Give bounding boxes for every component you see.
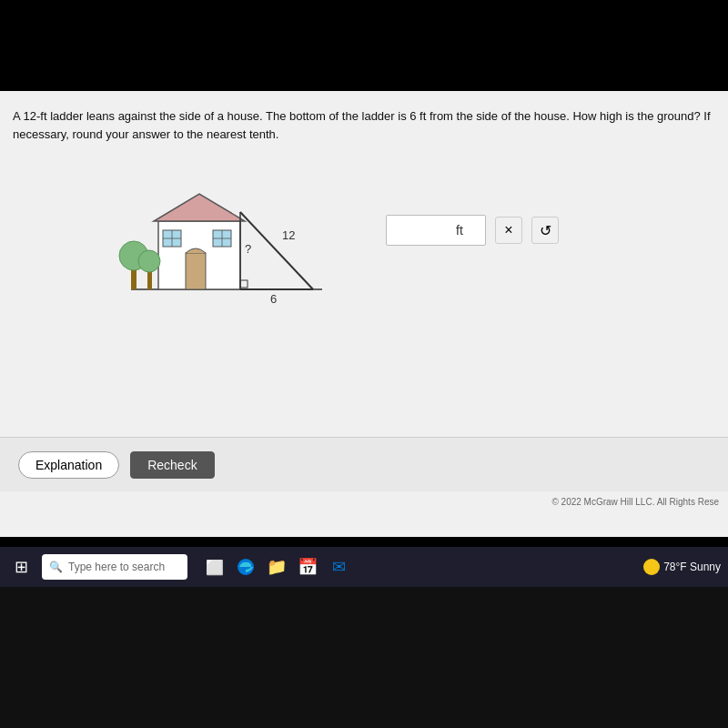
taskbar-right: 78°F Sunny (643, 559, 721, 575)
unit-label: ft (456, 223, 463, 238)
mail-icon[interactable]: ✉ (326, 554, 351, 580)
svg-marker-2 (154, 194, 245, 221)
sun-icon (643, 559, 660, 575)
clear-button[interactable]: × (495, 217, 522, 244)
edge-icon[interactable] (233, 554, 258, 580)
question-text: A 12-ft ladder leans against the side of… (13, 107, 715, 143)
copyright-text: © 2022 McGraw Hill LLC. All Rights Rese (551, 497, 719, 507)
house-diagram: 12 ? 6 (104, 157, 359, 321)
recheck-button[interactable]: Recheck (130, 451, 214, 479)
task-view-button[interactable]: ⬜ (202, 554, 228, 580)
weather-text: 78°F Sunny (663, 561, 721, 573)
search-icon: 🔍 (49, 561, 63, 573)
content-row: 12 ? 6 ft × ↺ (104, 157, 715, 321)
bottom-bar: Explanation Recheck (0, 437, 728, 491)
redo-button[interactable]: ↺ (531, 217, 559, 244)
windows-button[interactable]: ⊞ (7, 553, 35, 581)
svg-text:12: 12 (282, 228, 295, 242)
calendar-icon[interactable]: 📅 (295, 554, 320, 580)
controls-area: ft × ↺ (386, 215, 559, 246)
svg-rect-3 (186, 253, 206, 289)
answer-field[interactable] (396, 223, 450, 238)
answer-input-box[interactable]: ft (386, 215, 486, 246)
svg-text:?: ? (245, 242, 251, 256)
explanation-button[interactable]: Explanation (18, 451, 119, 479)
keyboard-area (0, 587, 728, 728)
taskbar-icons: ⬜ 📁 📅 ✉ (202, 554, 351, 580)
svg-rect-14 (240, 280, 248, 288)
search-placeholder: Type here to search (68, 561, 165, 573)
svg-point-13 (138, 250, 160, 272)
svg-text:6: 6 (270, 292, 277, 306)
file-explorer-icon[interactable]: 📁 (264, 554, 289, 580)
weather-badge: 78°F Sunny (643, 559, 721, 575)
diagram: 12 ? 6 (104, 157, 359, 321)
taskbar-search[interactable]: 🔍 Type here to search (42, 554, 187, 580)
svg-rect-12 (147, 271, 152, 289)
taskbar: ⊞ 🔍 Type here to search ⬜ 📁 📅 ✉ 78°F Sun… (0, 547, 728, 587)
